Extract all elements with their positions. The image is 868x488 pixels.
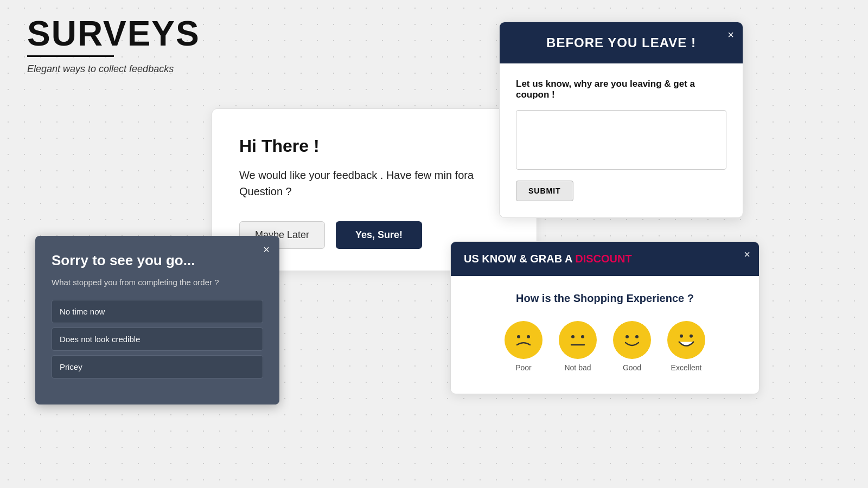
svg-point-8 — [626, 335, 629, 338]
before-leave-question: Let us know, why are you leaving & get a… — [516, 79, 726, 100]
emoji-label: Not bad — [564, 363, 591, 372]
sorry-close-button[interactable]: × — [263, 243, 270, 256]
emoji-item[interactable]: Poor — [505, 321, 542, 372]
svg-point-10 — [671, 324, 702, 356]
emoji-face — [667, 321, 705, 359]
sorry-popup: × Sorry to see you go... What stopped yo… — [35, 236, 279, 404]
emoji-item[interactable]: Excellent — [667, 321, 705, 372]
shopping-question: How is the Shopping Experience ? — [467, 292, 743, 305]
sorry-option-button[interactable]: No time now — [52, 300, 263, 323]
before-leave-title: BEFORE YOU LEAVE ! — [546, 35, 696, 50]
emoji-label: Good — [623, 363, 641, 372]
svg-point-5 — [581, 335, 584, 338]
page-title: SURVEYS — [27, 16, 200, 51]
svg-point-11 — [680, 335, 683, 338]
before-leave-submit-button[interactable]: SUBMIT — [516, 181, 573, 201]
header-subtitle: Elegant ways to collect feedbacks — [27, 63, 200, 75]
emoji-face — [505, 321, 542, 359]
svg-point-9 — [635, 335, 639, 338]
sorry-options: No time nowDoes not look crediblePricey — [52, 300, 263, 378]
emoji-item[interactable]: Good — [613, 321, 651, 372]
svg-point-3 — [562, 324, 593, 356]
before-leave-textarea[interactable] — [516, 110, 726, 170]
svg-point-7 — [616, 324, 648, 356]
main-popup-title: Hi There ! — [239, 136, 509, 156]
svg-point-0 — [508, 324, 539, 356]
sorry-option-button[interactable]: Pricey — [52, 355, 263, 378]
emoji-label: Excellent — [671, 363, 702, 372]
before-leave-close-button[interactable]: × — [727, 29, 734, 41]
sorry-title: Sorry to see you go... — [52, 252, 263, 269]
before-leave-body: Let us know, why are you leaving & get a… — [500, 63, 743, 217]
sorry-option-button[interactable]: Does not look credible — [52, 328, 263, 351]
shopping-header: US KNOW & GRAB A DISCOUNT × — [451, 242, 759, 276]
emoji-label: Poor — [515, 363, 532, 372]
shopping-header-text: US KNOW & GRAB A DISCOUNT — [464, 253, 632, 265]
emoji-face — [559, 321, 597, 359]
shopping-emojis: PoorNot badGoodExcellent — [467, 321, 743, 372]
emoji-face — [613, 321, 651, 359]
svg-point-12 — [690, 335, 693, 338]
header-divider — [27, 55, 114, 57]
svg-point-2 — [527, 335, 530, 338]
page-header: SURVEYS Elegant ways to collect feedback… — [27, 16, 200, 75]
shopping-body: How is the Shopping Experience ? PoorNot… — [451, 276, 759, 394]
yes-sure-button[interactable]: Yes, Sure! — [336, 221, 422, 249]
before-leave-popup: BEFORE YOU LEAVE ! × Let us know, why ar… — [499, 22, 743, 218]
svg-point-1 — [517, 335, 520, 338]
before-leave-header: BEFORE YOU LEAVE ! × — [500, 22, 743, 63]
shopping-close-button[interactable]: × — [744, 248, 750, 261]
shopping-experience-popup: US KNOW & GRAB A DISCOUNT × How is the S… — [450, 241, 760, 394]
emoji-item[interactable]: Not bad — [559, 321, 597, 372]
svg-point-4 — [571, 335, 575, 338]
sorry-question: What stopped you from completing the ord… — [52, 278, 263, 287]
main-popup-body: We would like your feedback . Have few m… — [239, 167, 509, 200]
